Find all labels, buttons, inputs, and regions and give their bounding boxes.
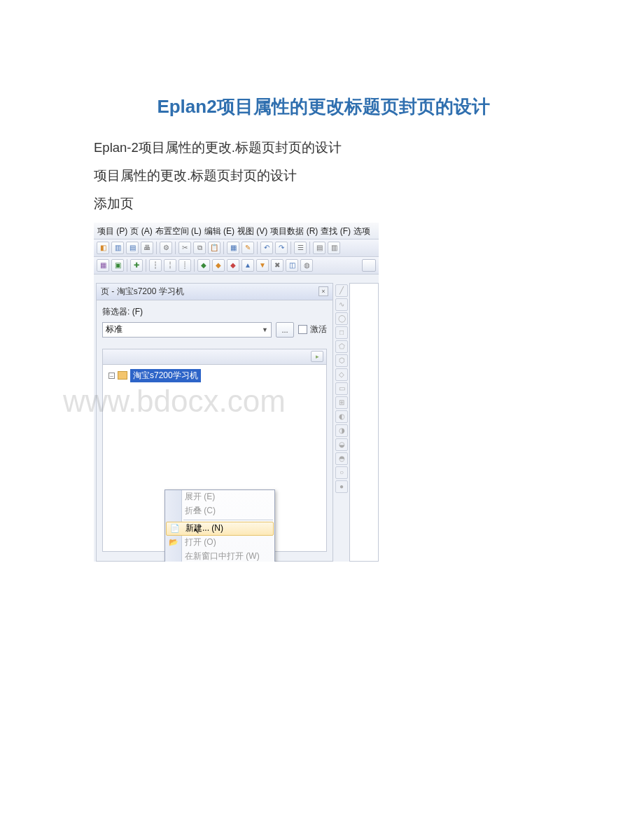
context-menu-item-icon: 📄 bbox=[170, 524, 180, 534]
toolbar-icon[interactable]: ┊ bbox=[178, 259, 191, 272]
context-menu-item-label: 新建... (N) bbox=[186, 522, 223, 534]
toolbar-separator bbox=[175, 242, 176, 254]
toolbar-icon[interactable]: ✖ bbox=[271, 259, 284, 272]
menu-project[interactable]: 项目 (P) bbox=[97, 225, 128, 237]
menu-page[interactable]: 页 (A) bbox=[130, 225, 153, 237]
redo-icon[interactable]: ↷ bbox=[275, 242, 288, 254]
toolbar-icon[interactable]: ▤ bbox=[313, 242, 326, 254]
vtool-icon[interactable]: ╱ bbox=[335, 284, 348, 297]
context-menu-item-label: 打开 (O) bbox=[185, 536, 216, 548]
toolbar-icon[interactable]: ◆ bbox=[197, 259, 210, 272]
app-screenshot: 项目 (P) 页 (A) 布置空间 (L) 编辑 (E) 视图 (V) 项目数据… bbox=[94, 223, 379, 562]
paragraph-1: Eplan-2项目属性的更改.标题页封页的设计 bbox=[94, 139, 553, 157]
toolbar-icon[interactable]: ▦ bbox=[227, 242, 239, 254]
vtool-icon[interactable]: ● bbox=[335, 480, 348, 493]
context-menu-item-label: 展开 (E) bbox=[185, 491, 215, 503]
tree-item-label: 淘宝s7200学习机 bbox=[130, 369, 201, 382]
vtool-icon[interactable]: ◓ bbox=[335, 452, 348, 465]
toolbar-icon[interactable]: ✎ bbox=[241, 242, 254, 254]
toolbar-icon[interactable]: ▥ bbox=[111, 242, 124, 254]
menu-layout[interactable]: 布置空间 (L) bbox=[155, 225, 202, 237]
copy-icon[interactable]: ⧉ bbox=[193, 242, 206, 254]
panel-close-icon[interactable]: × bbox=[318, 286, 328, 296]
vtool-icon[interactable]: ⬡ bbox=[335, 354, 348, 367]
paste-icon[interactable]: 📋 bbox=[208, 242, 220, 254]
vtool-icon[interactable]: ○ bbox=[335, 466, 348, 479]
toolbar-icon[interactable]: ✚ bbox=[130, 259, 143, 272]
context-menu-item: 展开 (E) bbox=[165, 490, 274, 504]
toolbar-icon[interactable]: ◍ bbox=[300, 259, 313, 272]
menu-view[interactable]: 视图 (V) bbox=[237, 225, 268, 237]
toolbar-separator bbox=[146, 259, 146, 272]
vtool-icon[interactable]: ▭ bbox=[335, 382, 348, 395]
filter-more-button[interactable]: ... bbox=[276, 322, 294, 338]
tree-panel: ▸ – 淘宝s7200学习机 展开 (E)折叠 (C)📄新建... (N)↖📂打… bbox=[102, 349, 327, 552]
toolbar-icon[interactable]: ◆ bbox=[227, 259, 239, 272]
toolbar-icon[interactable]: ▦ bbox=[97, 259, 109, 272]
vtool-icon[interactable]: ⬠ bbox=[335, 340, 348, 353]
toolbar-icon[interactable]: ⚙ bbox=[160, 242, 172, 254]
vtool-icon[interactable]: ◐ bbox=[335, 410, 348, 423]
toolbar-separator bbox=[194, 259, 195, 272]
vtool-icon[interactable]: □ bbox=[335, 326, 348, 339]
tree-expand-icon[interactable]: – bbox=[108, 373, 115, 379]
activate-checkbox[interactable]: 激活 bbox=[298, 324, 327, 335]
toolbar-icon[interactable]: ▼ bbox=[256, 259, 269, 272]
toolbar-separator bbox=[290, 242, 291, 254]
context-menu-separator bbox=[183, 520, 273, 520]
context-menu-item: 在新窗口中打开 (W) bbox=[165, 550, 274, 562]
toolbar-separator bbox=[309, 242, 310, 254]
toolbar-separator bbox=[223, 242, 224, 254]
context-menu-item-icon bbox=[169, 492, 178, 502]
menu-edit[interactable]: 编辑 (E) bbox=[204, 225, 235, 237]
filter-dropdown[interactable]: 标准 ▼ bbox=[102, 322, 272, 338]
context-menu-item-icon: 📂 bbox=[169, 538, 178, 548]
vtool-icon[interactable]: ◯ bbox=[335, 312, 348, 325]
filter-value: 标准 bbox=[106, 324, 122, 335]
context-menu-item-icon bbox=[169, 506, 178, 516]
toolbar-icon[interactable]: ┆ bbox=[149, 259, 162, 272]
toolbar-icon[interactable]: ╎ bbox=[164, 259, 176, 272]
menu-projectdata[interactable]: 项目数据 (R) bbox=[270, 225, 318, 237]
vertical-toolbar: ╱ ∿ ◯ □ ⬠ ⬡ ◇ ▭ ⊞ ◐ ◑ ◒ ◓ ○ ● bbox=[334, 283, 348, 494]
toolbar-icon[interactable]: ◧ bbox=[97, 242, 109, 254]
toolbar-icon[interactable]: 🖶 bbox=[141, 242, 153, 254]
context-menu-item-label: 在新窗口中打开 (W) bbox=[185, 550, 260, 562]
paragraph-2: 项目属性的更改.标题页封页的设计 bbox=[94, 167, 553, 185]
toolbar-row-1: ◧ ▥ ▤ 🖶 ⚙ ✂ ⧉ 📋 ▦ ✎ ↶ ↷ ☰ ▤ ▥ bbox=[94, 239, 379, 257]
vtool-icon[interactable]: ◑ bbox=[335, 424, 348, 437]
toolbar-separator bbox=[257, 242, 258, 254]
toolbar-row-2: ▦ ▣ ✚ ┆ ╎ ┊ ◆ ◆ ◆ ▲ ▼ ✖ ◫ ◍ bbox=[94, 257, 379, 274]
menu-options[interactable]: 选项 bbox=[353, 225, 371, 237]
toolbar-separator bbox=[156, 242, 157, 254]
menubar: 项目 (P) 页 (A) 布置空间 (L) 编辑 (E) 视图 (V) 项目数据… bbox=[94, 223, 379, 239]
vtool-icon[interactable]: ◒ bbox=[335, 438, 348, 451]
toolbar-icon[interactable]: ▥ bbox=[328, 242, 340, 254]
tree-toolbar-icon[interactable]: ▸ bbox=[311, 351, 323, 362]
checkbox-icon bbox=[298, 325, 307, 334]
tree-toolbar: ▸ bbox=[103, 349, 326, 365]
drawing-canvas[interactable] bbox=[349, 283, 379, 562]
toolbar-overflow[interactable] bbox=[362, 259, 376, 272]
toolbar-icon[interactable]: ▲ bbox=[241, 259, 254, 272]
vtool-icon[interactable]: ⊞ bbox=[335, 396, 348, 409]
context-menu: 展开 (E)折叠 (C)📄新建... (N)↖📂打开 (O)在新窗口中打开 (W… bbox=[164, 489, 275, 562]
undo-icon[interactable]: ↶ bbox=[260, 242, 273, 254]
toolbar-icon[interactable]: ▣ bbox=[111, 259, 124, 272]
document-title: Eplan2项目属性的更改标题页封页的设计 bbox=[94, 95, 553, 119]
toolbar-icon[interactable]: ◫ bbox=[286, 259, 298, 272]
context-menu-item[interactable]: 📄新建... (N)↖ bbox=[166, 522, 274, 536]
tree-row[interactable]: – 淘宝s7200学习机 bbox=[108, 369, 321, 382]
filter-label: 筛选器: (F) bbox=[102, 306, 327, 318]
context-menu-item: 📂打开 (O) bbox=[165, 536, 274, 550]
cut-icon[interactable]: ✂ bbox=[178, 242, 191, 254]
vtool-icon[interactable]: ∿ bbox=[335, 298, 348, 311]
vtool-icon[interactable]: ◇ bbox=[335, 368, 348, 381]
folder-icon bbox=[118, 371, 127, 380]
toolbar-icon[interactable]: ☰ bbox=[294, 242, 307, 254]
chevron-down-icon: ▼ bbox=[262, 326, 268, 333]
toolbar-icon[interactable]: ◆ bbox=[212, 259, 225, 272]
toolbar-icon[interactable]: ▤ bbox=[126, 242, 139, 254]
menu-find[interactable]: 查找 (F) bbox=[320, 225, 351, 237]
activate-label: 激活 bbox=[310, 324, 327, 335]
